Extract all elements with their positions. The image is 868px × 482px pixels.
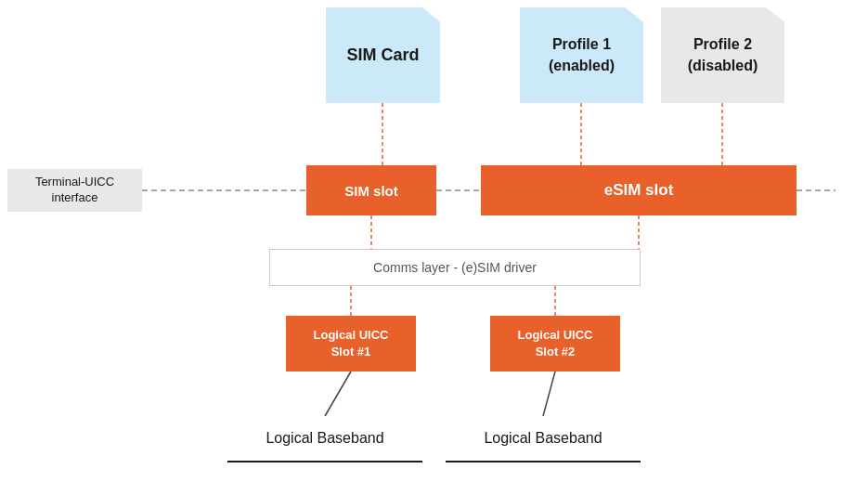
terminal-uicc-text: Terminal-UICC interface — [15, 175, 135, 206]
logical-slot1-box: Logical UICCSlot #1 — [286, 316, 416, 371]
esim-slot-label: eSIM slot — [604, 181, 674, 200]
baseband2-label: Logical Baseband — [484, 430, 602, 447]
terminal-uicc-label: Terminal-UICC interface — [7, 169, 142, 212]
sim-card: SIM Card — [326, 7, 440, 103]
comms-layer-box: Comms layer - (e)SIM driver — [269, 249, 641, 286]
comms-layer-label: Comms layer - (e)SIM driver — [373, 260, 537, 275]
profile1-label: Profile 1(enabled) — [549, 34, 615, 76]
baseband1-label: Logical Baseband — [266, 430, 383, 447]
sim-slot-label: SIM slot — [344, 183, 398, 199]
diagram-container: SIM Card Profile 1(enabled) Profile 2(di… — [0, 0, 868, 482]
svg-line-10 — [325, 371, 351, 416]
svg-line-11 — [543, 371, 555, 416]
logical-baseband1: Logical Baseband — [227, 416, 422, 462]
logical-slot2-label: Logical UICCSlot #2 — [518, 327, 593, 360]
sim-slot-box: SIM slot — [306, 165, 436, 215]
profile2-card: Profile 2(disabled) — [661, 7, 784, 103]
logical-baseband2: Logical Baseband — [446, 416, 641, 462]
logical-slot1-label: Logical UICCSlot #1 — [314, 327, 389, 360]
esim-slot-box: eSIM slot — [481, 165, 797, 215]
profile1-card: Profile 1(enabled) — [520, 7, 643, 103]
logical-slot2-box: Logical UICCSlot #2 — [490, 316, 620, 371]
sim-card-label: SIM Card — [346, 45, 419, 66]
profile2-label: Profile 2(disabled) — [688, 34, 758, 76]
